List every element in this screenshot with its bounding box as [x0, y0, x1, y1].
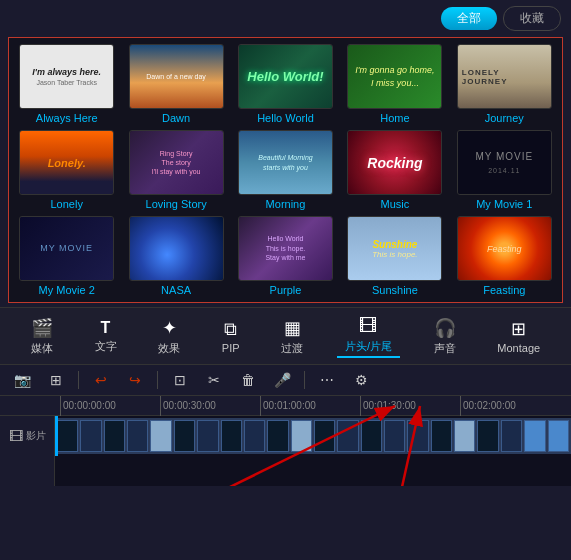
media-thumb-dawn: Dawn of a new day: [129, 44, 224, 109]
title-end-icon: 🎞: [359, 316, 377, 337]
track-content-video[interactable]: [55, 416, 571, 456]
clip-seg: [174, 420, 195, 452]
media-thumb-purple: Hello WorldThis is hope.Stay with me: [238, 216, 333, 281]
timeline-ruler: 00:00:00:00 00:00:30:00 00:01:00:00 00:0…: [0, 396, 571, 416]
toolbar-montage[interactable]: ⊞ Montage: [489, 316, 548, 356]
media-thumb-my-movie-2: MY MOVIE: [19, 216, 114, 281]
audio-icon: 🎧: [434, 317, 456, 339]
settings-button[interactable]: ⚙: [347, 369, 375, 391]
split-button[interactable]: ⊡: [166, 369, 194, 391]
media-item-journey[interactable]: LONELY JOURNEY Journey: [453, 44, 556, 124]
toolbar-media[interactable]: 🎬 媒体: [23, 315, 61, 358]
clip-seg: [80, 420, 101, 452]
timeline-area: 00:00:00:00 00:00:30:00 00:01:00:00 00:0…: [0, 396, 571, 486]
toolbar: 🎬 媒体 T 文字 ✦ 效果 ⧉ PIP ▦ 过渡 🎞 片头/片尾 🎧 声音 ⊞…: [0, 307, 571, 365]
media-item-sunshine[interactable]: Sunshine This is hope. Sunshine: [343, 216, 446, 296]
media-item-home[interactable]: I'm gonna go home,I miss you... Home: [343, 44, 446, 124]
clip-seg: [337, 420, 358, 452]
media-label: Morning: [266, 198, 306, 210]
ruler-tick-2: 00:01:00:00: [260, 396, 360, 416]
video-track: 🎞 影片: [0, 416, 571, 456]
media-thumb-feasting: Feasting: [457, 216, 552, 281]
bottom-track: [0, 456, 571, 486]
media-label: Journey: [485, 112, 524, 124]
separator: [157, 371, 158, 389]
media-label: Loving Story: [146, 198, 207, 210]
toolbar-effects[interactable]: ✦ 效果: [150, 315, 188, 358]
pip-icon: ⧉: [224, 319, 237, 340]
top-bar: 全部 收藏: [0, 0, 571, 37]
media-item-dawn[interactable]: Dawn of a new day Dawn: [124, 44, 227, 124]
all-button[interactable]: 全部: [441, 7, 497, 30]
clip-seg: [221, 420, 242, 452]
media-label: Home: [380, 112, 409, 124]
undo-button[interactable]: ↩: [87, 369, 115, 391]
toolbar-montage-label: Montage: [497, 342, 540, 354]
media-thumb-sunshine: Sunshine This is hope.: [347, 216, 442, 281]
toolbar-media-label: 媒体: [31, 341, 53, 356]
media-item-loving-story[interactable]: Ring StoryThe storyI'll stay with you Lo…: [124, 130, 227, 210]
clip-seg: [524, 420, 545, 452]
media-item-hello-world[interactable]: Hello World! Hello World: [234, 44, 337, 124]
media-grid: I'm always here. Jason Taber Tracks Alwa…: [15, 44, 556, 296]
clip-seg: [384, 420, 405, 452]
toolbar-audio[interactable]: 🎧 声音: [426, 315, 464, 358]
media-grid-container: I'm always here. Jason Taber Tracks Alwa…: [8, 37, 563, 303]
bottom-track-content: [55, 456, 571, 486]
media-thumb-always-here: I'm always here. Jason Taber Tracks: [19, 44, 114, 109]
toolbar-transition[interactable]: ▦ 过渡: [273, 315, 311, 358]
clip-seg: [454, 420, 475, 452]
clip-seg: [361, 420, 382, 452]
cut-button[interactable]: ✂: [200, 369, 228, 391]
track-label-text: 影片: [26, 429, 46, 443]
camera-button[interactable]: 📷: [8, 369, 36, 391]
separator: [304, 371, 305, 389]
delete-button[interactable]: 🗑: [234, 369, 262, 391]
media-item-morning[interactable]: Beautiful Morningstarts with you Morning: [234, 130, 337, 210]
toolbar-pip-label: PIP: [222, 342, 240, 354]
media-item-my-movie-1[interactable]: MY MOVIE2014.11 My Movie 1: [453, 130, 556, 210]
media-item-always-here[interactable]: I'm always here. Jason Taber Tracks Alwa…: [15, 44, 118, 124]
media-item-feasting[interactable]: Feasting Feasting: [453, 216, 556, 296]
favorites-button[interactable]: 收藏: [503, 6, 561, 31]
toolbar-text[interactable]: T 文字: [87, 317, 125, 356]
clip-seg: [431, 420, 452, 452]
media-thumb-loving-story: Ring StoryThe storyI'll stay with you: [129, 130, 224, 195]
record-button[interactable]: 🎤: [268, 369, 296, 391]
ruler-tick-0: 00:00:00:00: [60, 396, 160, 416]
media-thumb-my-movie-1: MY MOVIE2014.11: [457, 130, 552, 195]
ruler-tick-4: 00:02:00:00: [460, 396, 560, 416]
transition-icon: ▦: [284, 317, 301, 339]
media-label: My Movie 2: [39, 284, 95, 296]
media-item-lonely[interactable]: Lonely. Lonely: [15, 130, 118, 210]
media-item-purple[interactable]: Hello WorldThis is hope.Stay with me Pur…: [234, 216, 337, 296]
media-label: Purple: [270, 284, 302, 296]
more-button[interactable]: ⋯: [313, 369, 341, 391]
playhead: [55, 416, 58, 456]
redo-button[interactable]: ↪: [121, 369, 149, 391]
media-item-nasa[interactable]: NASA: [124, 216, 227, 296]
ruler-tick-3: 00:01:30:00: [360, 396, 460, 416]
video-clip: [55, 418, 571, 454]
toolbar-title-end[interactable]: 🎞 片头/片尾: [337, 314, 400, 358]
media-thumb-journey: LONELY JOURNEY: [457, 44, 552, 109]
media-item-my-movie-2[interactable]: MY MOVIE My Movie 2: [15, 216, 118, 296]
media-thumb-lonely: Lonely.: [19, 130, 114, 195]
toolbar-title-end-label: 片头/片尾: [345, 339, 392, 354]
clip-seg: [477, 420, 498, 452]
media-thumb-home: I'm gonna go home,I miss you...: [347, 44, 442, 109]
separator: [78, 371, 79, 389]
media-label: Lonely: [50, 198, 82, 210]
media-label: NASA: [161, 284, 191, 296]
grid-button[interactable]: ⊞: [42, 369, 70, 391]
media-label: My Movie 1: [476, 198, 532, 210]
action-bar: 📷 ⊞ ↩ ↪ ⊡ ✂ 🗑 🎤 ⋯ ⚙: [0, 365, 571, 396]
toolbar-pip[interactable]: ⧉ PIP: [214, 317, 248, 356]
toolbar-audio-label: 声音: [434, 341, 456, 356]
effects-icon: ✦: [162, 317, 177, 339]
media-item-music[interactable]: Rocking Music: [343, 130, 446, 210]
toolbar-transition-label: 过渡: [281, 341, 303, 356]
clip-seg: [244, 420, 265, 452]
clip-seg: [104, 420, 125, 452]
track-label-video: 🎞 影片: [0, 416, 55, 456]
